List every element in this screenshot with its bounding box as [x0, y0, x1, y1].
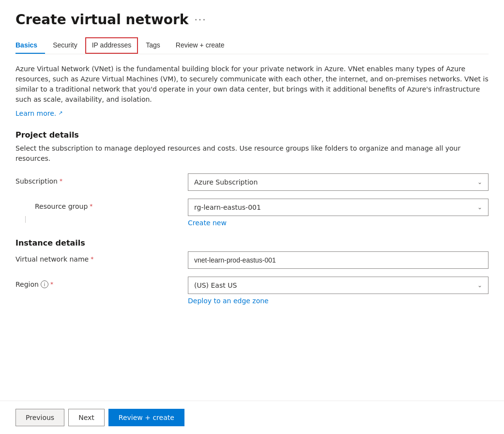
- page-title-row: Create virtual network ···: [15, 12, 489, 28]
- vnet-name-input[interactable]: [188, 251, 489, 269]
- page-title: Create virtual network: [15, 12, 188, 28]
- footer-bar: Previous Next Review + create: [0, 401, 504, 434]
- learn-more-link[interactable]: Learn more. ↗: [15, 108, 63, 119]
- instance-details-title: Instance details: [15, 238, 489, 248]
- region-select[interactable]: (US) East US ⌄: [188, 277, 489, 294]
- resource-group-label: Resource group: [35, 202, 88, 210]
- description-text: Azure Virtual Network (VNet) is the fund…: [15, 64, 489, 105]
- next-button[interactable]: Next: [68, 409, 105, 426]
- vnet-name-label-col: Virtual network name *: [15, 251, 180, 263]
- resource-group-select[interactable]: rg-learn-eastus-001 ⌄: [188, 199, 489, 216]
- vnet-name-row: Virtual network name *: [15, 251, 489, 269]
- tab-review-create[interactable]: Review + create: [168, 37, 232, 54]
- more-options-icon[interactable]: ···: [194, 15, 206, 25]
- subscription-row: Subscription * Azure Subscription ⌄: [15, 173, 489, 191]
- resource-group-required-star: *: [90, 203, 92, 210]
- resource-group-value: rg-learn-eastus-001: [194, 203, 261, 211]
- subscription-label-col: Subscription *: [15, 173, 180, 185]
- region-value: (US) East US: [194, 281, 237, 289]
- subscription-select[interactable]: Azure Subscription ⌄: [188, 173, 489, 191]
- region-control-col: (US) East US ⌄ Deploy to an edge zone: [188, 277, 489, 305]
- subscription-control-col: Azure Subscription ⌄: [188, 173, 489, 191]
- region-info-icon[interactable]: i: [41, 280, 48, 288]
- region-required-star: *: [50, 281, 53, 288]
- tab-basics[interactable]: Basics: [15, 37, 45, 54]
- previous-button[interactable]: Previous: [15, 409, 64, 426]
- create-new-link[interactable]: Create new: [188, 219, 227, 227]
- region-label-col: Region i *: [15, 277, 180, 288]
- vnet-name-control-col: [188, 251, 489, 269]
- project-details-title: Project details: [15, 130, 489, 140]
- subscription-value: Azure Subscription: [194, 178, 258, 186]
- description-block: Azure Virtual Network (VNet) is the fund…: [15, 64, 489, 119]
- external-link-icon: ↗: [58, 109, 62, 118]
- vnet-name-label: Virtual network name: [15, 255, 89, 263]
- resource-group-row: Resource group * rg-learn-eastus-001 ⌄ C…: [15, 199, 489, 227]
- region-label: Region: [15, 280, 39, 288]
- tabs-row: Basics Security IP addresses Tags Review…: [15, 37, 489, 54]
- deploy-edge-zone-link[interactable]: Deploy to an edge zone: [188, 297, 269, 305]
- subscription-label: Subscription: [15, 177, 58, 185]
- tab-security[interactable]: Security: [45, 37, 85, 54]
- subscription-chevron-icon: ⌄: [477, 179, 482, 186]
- subscription-required-star: *: [60, 178, 62, 185]
- project-details-section: Project details Select the subscription …: [15, 130, 489, 227]
- resource-group-control-col: rg-learn-eastus-001 ⌄ Create new: [188, 199, 489, 227]
- instance-details-section: Instance details Virtual network name * …: [15, 238, 489, 305]
- tab-ip-addresses[interactable]: IP addresses: [85, 37, 138, 54]
- review-create-button[interactable]: Review + create: [108, 409, 184, 426]
- resource-group-label-col: Resource group *: [35, 199, 180, 210]
- region-row: Region i * (US) East US ⌄ Deploy to an e…: [15, 277, 489, 305]
- tab-tags[interactable]: Tags: [138, 37, 168, 54]
- vnet-name-required-star: *: [91, 256, 93, 263]
- project-details-description: Select the subscription to manage deploy…: [15, 143, 489, 164]
- resource-group-chevron-icon: ⌄: [477, 204, 482, 211]
- region-chevron-icon: ⌄: [477, 282, 482, 289]
